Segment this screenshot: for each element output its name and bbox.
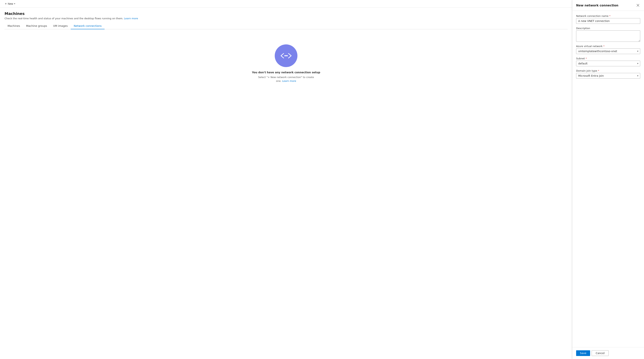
form-group-azure-vnet: Azure virtual network * vmtemplatewithco…	[576, 45, 640, 54]
azure-vnet-select[interactable]: vmtemplatewithcontoso-vnet	[576, 48, 640, 54]
tabs: Machines Machine groups VM images Networ…	[4, 23, 568, 29]
svg-point-2	[287, 55, 288, 56]
domain-join-type-label: Domain join type *	[576, 69, 640, 72]
form-group-description: Description	[576, 27, 640, 42]
page-subtitle-text: Check the real-time health and status of…	[4, 17, 123, 20]
chevron-down-icon: ▾	[14, 3, 15, 5]
panel-title: New network connection	[576, 3, 618, 7]
panel-body: Network connection name * Description Az…	[572, 11, 644, 347]
azure-vnet-label: Azure virtual network *	[576, 45, 640, 48]
page-content: Machines Check the real-time health and …	[0, 7, 572, 359]
side-panel: New network connection Network connectio…	[572, 0, 644, 359]
cancel-button[interactable]: Cancel	[592, 350, 608, 356]
description-label: Description	[576, 27, 640, 30]
new-button[interactable]: + New ▾	[3, 1, 17, 6]
tab-machines[interactable]: Machines	[4, 23, 23, 29]
domain-join-type-select[interactable]: Microsoft Entra join Active Directory jo…	[576, 73, 640, 79]
close-icon	[636, 4, 640, 7]
form-group-connection-name: Network connection name *	[576, 14, 640, 24]
subnet-select-wrapper: default ▾	[576, 61, 640, 66]
empty-state-title: You don't have any network connection se…	[252, 71, 320, 74]
subnet-select[interactable]: default	[576, 61, 640, 66]
connection-name-label: Network connection name *	[576, 14, 640, 17]
new-label: New	[8, 2, 13, 5]
top-bar: + New ▾	[0, 0, 572, 7]
svg-point-1	[286, 55, 287, 56]
required-star-vnet: *	[603, 45, 605, 48]
required-star: *	[609, 14, 610, 17]
panel-footer: Save Cancel	[572, 347, 644, 359]
tab-machine-groups[interactable]: Machine groups	[23, 23, 50, 29]
main-content: + New ▾ Machines Check the real-time hea…	[0, 0, 572, 359]
page-subtitle: Check the real-time health and status of…	[4, 17, 568, 20]
svg-point-0	[284, 55, 286, 56]
plus-icon: +	[5, 2, 6, 5]
empty-state: You don't have any network connection se…	[4, 29, 568, 98]
domain-join-type-select-wrapper: Microsoft Entra join Active Directory jo…	[576, 73, 640, 79]
connection-name-input[interactable]	[576, 18, 640, 24]
empty-state-icon	[275, 44, 298, 67]
subnet-label: Subnet *	[576, 57, 640, 60]
form-group-domain-join-type: Domain join type * Microsoft Entra join …	[576, 69, 640, 79]
required-star-subnet: *	[586, 57, 587, 60]
form-group-subnet: Subnet * default ▾	[576, 57, 640, 66]
tab-vm-images[interactable]: VM images	[50, 23, 71, 29]
network-icon	[280, 53, 293, 59]
empty-state-description: Select "+ New network connection" to cre…	[258, 75, 314, 83]
azure-vnet-select-wrapper: vmtemplatewithcontoso-vnet ▾	[576, 48, 640, 54]
empty-learn-more-link[interactable]: Learn more	[282, 79, 296, 82]
learn-more-link[interactable]: Learn more	[124, 17, 138, 20]
page-title: Machines	[4, 11, 568, 16]
description-textarea[interactable]	[576, 30, 640, 42]
tab-network-connections[interactable]: Network connections	[71, 23, 104, 29]
required-star-domain: *	[598, 69, 599, 72]
save-button[interactable]: Save	[576, 350, 590, 356]
panel-header: New network connection	[572, 0, 644, 11]
close-panel-button[interactable]	[636, 3, 640, 7]
